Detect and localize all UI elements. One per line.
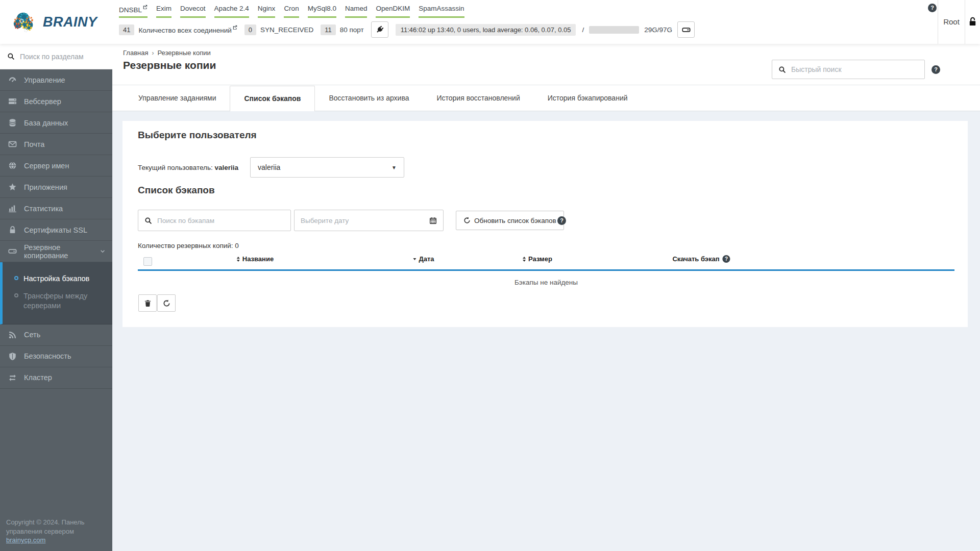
top-header: BRAINY DNSBL Exim Dovecot Apache 2.4 Ngi… [0,0,980,44]
header-status-area: DNSBL Exim Dovecot Apache 2.4 Nginx Cron… [119,0,847,44]
tab-backup-history[interactable]: История бэкапирований [534,89,642,111]
bullet-icon [14,293,18,297]
sidebar-item-network[interactable]: Сеть [0,324,112,346]
service-link-named[interactable]: Named [345,5,368,18]
service-link-apache[interactable]: Apache 2.4 [214,5,249,18]
download-help-icon[interactable]: ? [723,255,730,263]
external-link-icon [233,25,237,30]
table-header-divider [138,269,954,271]
tab-backup-list[interactable]: Список бэкапов [230,86,315,111]
breadcrumb-current: Резервные копии [157,49,210,57]
logo[interactable]: BRAINY [0,0,112,44]
connections-count-badge: 41 [119,24,134,35]
disk-usage-bar [589,26,639,34]
service-link-exim[interactable]: Exim [156,5,172,18]
database-icon [8,118,17,127]
bullet-icon [14,276,18,280]
sidebar-item-backup[interactable]: Резервное копирование [0,241,112,262]
date-input[interactable] [301,217,429,224]
column-header-date[interactable]: Дата [413,255,434,263]
content-body: Выберите пользователя Текущий пользовате… [112,112,980,551]
lock-icon [8,226,17,234]
search-icon [7,53,15,60]
refresh-help-icon[interactable]: ? [557,216,566,225]
sidebar-footer: Copyright © 2024. Панель управления серв… [6,518,95,545]
backup-list-heading: Список бэкапов [138,185,215,196]
backup-count-value: 0 [235,242,239,249]
sidebar-item-cluster[interactable]: Кластер [0,367,112,389]
sidebar-item-nameserver[interactable]: Сервер имен [0,155,112,177]
sidebar-item-statistics[interactable]: Статистика [0,198,112,219]
sidebar-item-mail[interactable]: Почта [0,134,112,155]
brainycp-app: BRAINY DNSBL Exim Dovecot Apache 2.4 Ngi… [0,0,980,551]
select-caret-icon: ▼ [391,165,397,170]
backup-count-line: Количество резервных копий: 0 [138,242,239,249]
submenu-item-server-transfers[interactable]: Трансферы между серверами [3,288,107,315]
header-divider [965,0,965,44]
service-link-spamassassin[interactable]: SpamAssassin [419,5,464,18]
sidebar-item-webserver[interactable]: Вебсервер [0,91,112,112]
column-header-size[interactable]: Размер [523,255,552,263]
tab-bar: Управление заданиями Список бэкапов Восс… [112,85,980,111]
service-link-opendkim[interactable]: OpenDKIM [376,5,410,18]
sidebar-search[interactable] [0,44,112,69]
service-link-dovecot[interactable]: Dovecot [180,5,206,18]
empty-table-message: Бэкапы не найдены [138,279,954,286]
exchange-arrows-icon [8,373,17,382]
sidebar-item-ssl-certificates[interactable]: Сертификаты SSL [0,219,112,241]
tab-restore-from-archive[interactable]: Восстановить из архива [315,89,423,111]
hdd-icon [682,26,691,34]
tab-restore-history[interactable]: История восстановлений [423,89,533,111]
current-account-label[interactable]: Root [938,17,965,26]
syn-received-badge: 0 [244,24,256,35]
disk-path-label: / [582,26,584,34]
quick-search[interactable] [772,60,925,79]
copyright-text: Copyright © 2024. Панель управления серв… [6,518,95,536]
quick-search-input[interactable] [791,65,918,73]
connections-plug-button[interactable] [371,21,388,38]
uptime-load-chip: 11:46:02 up 13:40, 0 users, load average… [396,24,576,36]
sidebar-search-input[interactable] [20,53,105,61]
service-link-cron[interactable]: Cron [284,5,299,18]
backup-search[interactable] [138,210,291,231]
backup-search-input[interactable] [157,217,284,224]
sidebar-item-database[interactable]: База данных [0,112,112,134]
logout-lock-icon[interactable] [968,16,977,27]
service-link-mysql[interactable]: MySql8.0 [308,5,336,18]
sidebar-item-management[interactable]: Управление [0,69,112,91]
breadcrumb: Главная›Резервные копии [123,49,211,57]
shield-icon [8,352,17,361]
date-picker[interactable] [294,210,444,231]
backup-list-panel: Выберите пользователя Текущий пользовате… [122,121,968,327]
tab-task-management[interactable]: Управление заданиями [125,89,230,111]
column-header-name[interactable]: Название [237,255,274,263]
logo-text: BRAINY [43,14,97,30]
select-all-checkbox[interactable] [143,257,152,266]
service-link-dnsbl[interactable]: DNSBL [119,5,148,18]
star-icon [8,183,17,191]
sort-icon [237,257,240,262]
breadcrumb-home[interactable]: Главная [123,49,148,57]
submenu-item-backup-settings[interactable]: Настройка бэкапов [3,270,107,288]
sidebar-item-applications[interactable]: Приложения [0,177,112,198]
user-select-value: valeriia [258,163,280,171]
refresh-icon [163,299,170,307]
current-user-line: Текущий пользователь: valeriia [138,164,238,171]
service-link-nginx[interactable]: Nginx [258,5,276,18]
mail-icon [8,140,17,148]
refresh-backup-list-button[interactable]: Обновить список бэкапов [456,211,564,230]
delete-selected-button[interactable] [138,294,157,312]
sort-icon [523,257,526,262]
brainycp-link[interactable]: brainycp.com [6,536,45,544]
current-user-name: valeriia [214,164,238,171]
sidebar: Управление Вебсервер База данных Почта С… [0,44,112,551]
quick-search-help-icon[interactable]: ? [932,65,940,74]
connections-count-label[interactable]: Количество всех соединений [138,25,237,34]
connection-stats: 41 Количество всех соединений 0 SYN_RECE… [119,21,695,38]
user-select[interactable]: valeriia ▼ [250,157,404,178]
disk-info-button[interactable] [677,21,695,38]
rss-icon [8,331,17,339]
reload-table-button[interactable] [157,294,176,312]
header-help-icon[interactable]: ? [928,4,937,12]
sidebar-item-security[interactable]: Безопасность [0,346,112,367]
